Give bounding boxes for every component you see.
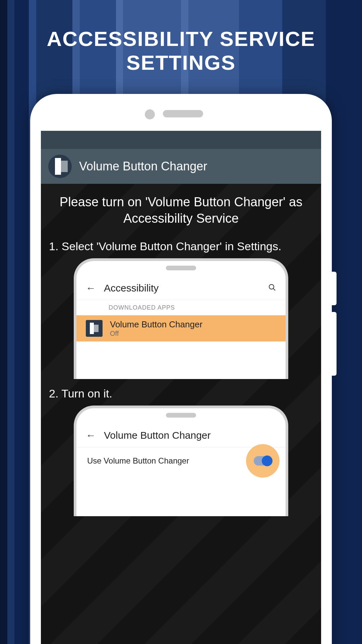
mini1-header: ← Accessibility (76, 278, 286, 300)
mini1-item-title: Volume Button Changer (110, 319, 202, 330)
mini1-title: Accessibility (104, 282, 159, 294)
mini2-row-label: Use Volume Button Changer (87, 456, 189, 466)
app-list-icon (86, 320, 103, 337)
phone-side-button (332, 272, 337, 305)
instruction-panel: Please turn on 'Volume Button Changer' a… (41, 184, 321, 644)
mini1-section-label: DOWNLOADED APPS (76, 300, 286, 315)
app-icon (48, 155, 72, 178)
instruction-heading: Please turn on 'Volume Button Changer' a… (47, 194, 315, 237)
svg-line-1 (273, 288, 275, 290)
mini1-highlighted-row[interactable]: Volume Button Changer Off (76, 315, 286, 341)
page-title: ACCESSIBILITY SERVICESETTINGS (0, 0, 362, 88)
phone-screen: Volume Button Changer Please turn on 'Vo… (41, 131, 321, 644)
phone-side-button (332, 312, 337, 376)
back-arrow-icon[interactable]: ← (86, 430, 96, 441)
search-icon[interactable] (268, 282, 276, 294)
example-screenshot-2: ← Volume Button Changer Use Volume Butto… (74, 406, 288, 516)
toggle-highlight (246, 444, 280, 478)
example-screenshot-1: ← Accessibility DOWNLOADED APPS (74, 258, 288, 379)
app-bar-title: Volume Button Changer (79, 159, 207, 173)
status-bar (41, 131, 321, 149)
toggle-switch-icon[interactable] (254, 456, 272, 466)
mini1-item-status: Off (110, 330, 202, 337)
instruction-step-2: 2. Turn on it. (49, 387, 315, 400)
back-arrow-icon[interactable]: ← (86, 282, 96, 294)
mini2-title: Volume Button Changer (104, 430, 211, 441)
mini2-header: ← Volume Button Changer (76, 425, 286, 447)
instruction-step-1: 1. Select 'Volume Button Changer' in Set… (49, 240, 315, 253)
app-bar: Volume Button Changer (41, 149, 321, 184)
svg-point-0 (269, 284, 274, 289)
mini2-toggle-row[interactable]: Use Volume Button Changer (76, 447, 286, 474)
phone-frame: Volume Button Changer Please turn on 'Vo… (30, 94, 332, 644)
